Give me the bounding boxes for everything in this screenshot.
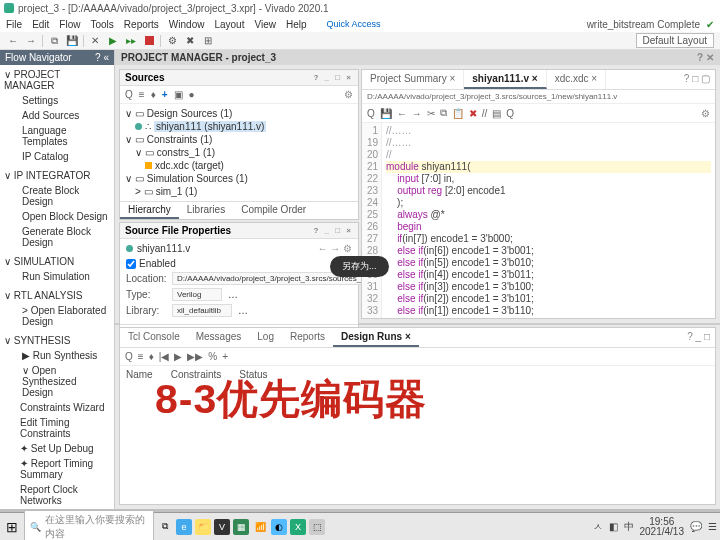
menu-view[interactable]: View bbox=[254, 19, 276, 30]
menu-edit[interactable]: Edit bbox=[32, 19, 49, 30]
tab-proj-summary[interactable]: Project Summary × bbox=[362, 70, 464, 89]
tooltip: 另存为... bbox=[330, 256, 389, 277]
collapse-icon[interactable]: ♦ bbox=[151, 89, 156, 100]
task-view-icon[interactable]: ⧉ bbox=[157, 519, 173, 535]
nav-ip-catalog[interactable]: IP Catalog bbox=[0, 149, 114, 164]
tab-messages[interactable]: Messages bbox=[188, 328, 250, 347]
start-button[interactable]: ⊞ bbox=[3, 518, 21, 536]
app-icon-1[interactable]: ▦ bbox=[233, 519, 249, 535]
quick-access[interactable]: Quick Access bbox=[327, 19, 381, 29]
nav-add-sources[interactable]: Add Sources bbox=[0, 108, 114, 123]
tab-reports[interactable]: Reports bbox=[282, 328, 333, 347]
fwd-icon[interactable]: → bbox=[24, 34, 38, 48]
tab-libraries[interactable]: Libraries bbox=[179, 202, 233, 219]
overlay-title: 8-3优先编码器 bbox=[155, 372, 427, 427]
nav-settings[interactable]: Settings bbox=[0, 93, 114, 108]
menu-help[interactable]: Help bbox=[286, 19, 307, 30]
back-icon[interactable]: ← bbox=[6, 34, 20, 48]
excel-icon[interactable]: X bbox=[290, 519, 306, 535]
nav-open-synth[interactable]: ∨ Open Synthesized Design bbox=[0, 363, 114, 400]
nav-open-elab[interactable]: > Open Elaborated Design bbox=[0, 303, 114, 329]
nav-constraints-wiz[interactable]: Constraints Wizard bbox=[0, 400, 114, 415]
cancel-icon[interactable]: ✖ bbox=[183, 34, 197, 48]
taskbar: ⊞ 🔍 在这里输入你要搜索的内容 ⧉ e 📁 V ▦ 📶 ◐ X ⬚ ㅅ◧中 1… bbox=[0, 512, 720, 540]
enabled-checkbox[interactable] bbox=[126, 259, 136, 269]
tab-xdc-file[interactable]: xdc.xdc × bbox=[547, 70, 607, 89]
tab-tcl[interactable]: Tcl Console bbox=[120, 328, 188, 347]
menu-tools[interactable]: Tools bbox=[90, 19, 113, 30]
window-title: project_3 - [D:/AAAAA/vivado/project_3/p… bbox=[18, 3, 329, 14]
app-icon-3[interactable]: ⬚ bbox=[309, 519, 325, 535]
editor-pane: Project Summary × shiyan111.v × xdc.xdc … bbox=[361, 69, 716, 319]
nav-open-bd[interactable]: Open Block Design bbox=[0, 209, 114, 224]
menu-reports[interactable]: Reports bbox=[124, 19, 159, 30]
folder-icon[interactable]: 📁 bbox=[195, 519, 211, 535]
nav-setup-debug[interactable]: ✦ Set Up Debug bbox=[0, 441, 114, 456]
titlebar: project_3 - [D:/AAAAA/vivado/project_3/p… bbox=[0, 0, 720, 16]
add-icon[interactable]: + bbox=[162, 89, 168, 100]
vivado-icon[interactable]: V bbox=[214, 519, 230, 535]
tab-compile-order[interactable]: Compile Order bbox=[233, 202, 314, 219]
nav-gen-bd[interactable]: Generate Block Design bbox=[0, 224, 114, 250]
edge-icon[interactable]: e bbox=[176, 519, 192, 535]
tab-hierarchy[interactable]: Hierarchy bbox=[120, 202, 179, 219]
app-icon bbox=[4, 3, 14, 13]
step-icon[interactable]: ▸▸ bbox=[124, 34, 138, 48]
prop-library[interactable]: xil_defaultlib bbox=[172, 304, 232, 317]
taskbar-search[interactable]: 🔍 在这里输入你要搜索的内容 bbox=[24, 510, 154, 541]
pm-help-icon[interactable]: ? ✕ bbox=[697, 52, 714, 63]
settings-icon[interactable]: ⚙ bbox=[165, 34, 179, 48]
gear-icon[interactable]: ⚙ bbox=[344, 89, 353, 100]
toolbar: ← → ⧉ 💾 ✕ ▶ ▸▸ ⚙ ✖ ⊞ Default Layout bbox=[0, 32, 720, 50]
code-editor[interactable]: 1192021222324252627282930313233343536373… bbox=[362, 123, 715, 318]
tab-verilog-file[interactable]: shiyan111.v × bbox=[464, 70, 546, 89]
nav-create-bd[interactable]: Create Block Design bbox=[0, 183, 114, 209]
run-icon[interactable]: ▶ bbox=[106, 34, 120, 48]
properties-pane: Source File Properties? _ □ × shiyan111.… bbox=[119, 222, 359, 343]
nav-run-sim[interactable]: Run Simulation bbox=[0, 269, 114, 284]
nav-run-synth[interactable]: ▶ Run Synthesis bbox=[0, 348, 114, 363]
tab-design-runs[interactable]: Design Runs × bbox=[333, 328, 419, 347]
editor-path: D:/AAAAA/vivado/project_3/project_3.srcs… bbox=[362, 90, 715, 104]
menubar: File Edit Flow Tools Reports Window Layo… bbox=[0, 16, 720, 32]
ed-gear-icon[interactable]: ⚙ bbox=[701, 108, 710, 119]
nav-report-clocknet[interactable]: Report Clock Networks bbox=[0, 482, 114, 508]
copy-icon[interactable]: ⧉ bbox=[47, 34, 61, 48]
nav-lang-templates[interactable]: Language Templates bbox=[0, 123, 114, 149]
dash-icon[interactable]: ⊞ bbox=[201, 34, 215, 48]
expand-icon[interactable]: ≡ bbox=[139, 89, 145, 100]
flow-navigator: Flow Navigator ? « ∨ PROJECT MANAGER Set… bbox=[0, 50, 115, 509]
undo-icon[interactable]: ✕ bbox=[88, 34, 102, 48]
menu-layout[interactable]: Layout bbox=[214, 19, 244, 30]
nav-header: Flow Navigator ? « bbox=[0, 50, 114, 65]
menu-flow[interactable]: Flow bbox=[59, 19, 80, 30]
wifi-icon[interactable]: 📶 bbox=[252, 519, 268, 535]
prop-type[interactable]: Verilog bbox=[172, 288, 222, 301]
pm-header: PROJECT MANAGER - project_3 ? ✕ bbox=[115, 50, 720, 65]
ed-save-icon[interactable]: 💾 bbox=[380, 108, 392, 119]
layout-selector[interactable]: Default Layout bbox=[636, 33, 715, 48]
menu-file[interactable]: File bbox=[6, 19, 22, 30]
ed-search-icon[interactable]: Q bbox=[367, 108, 375, 119]
save-icon[interactable]: 💾 bbox=[65, 34, 79, 48]
stop-icon[interactable] bbox=[142, 34, 156, 48]
nav-collapse-icon[interactable]: ? « bbox=[95, 52, 109, 63]
notifications-icon[interactable]: 💬 bbox=[690, 521, 702, 532]
app-icon-2[interactable]: ◐ bbox=[271, 519, 287, 535]
search-icon[interactable]: Q bbox=[125, 89, 133, 100]
nav-report-timing[interactable]: ✦ Report Timing Summary bbox=[0, 456, 114, 482]
nav-edit-timing[interactable]: Edit Timing Constraints bbox=[0, 415, 114, 441]
status-text: write_bitstream Complete bbox=[587, 19, 700, 30]
ed-cut-icon[interactable]: ✂ bbox=[427, 108, 435, 119]
prop-filename: shiyan111.v bbox=[137, 243, 190, 254]
sources-pane: Sources? _ □ × Q ≡ ♦ + ▣● ⚙ ∨ ▭ Design S… bbox=[119, 69, 359, 220]
tab-log[interactable]: Log bbox=[249, 328, 282, 347]
menu-window[interactable]: Window bbox=[169, 19, 205, 30]
